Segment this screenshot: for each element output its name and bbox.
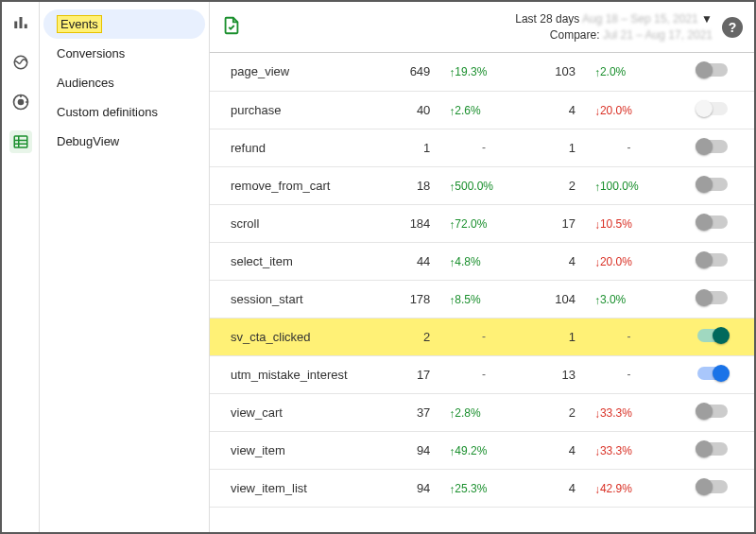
delta-up: ↑49.2% [449,444,487,457]
mark-as-conversion-toggle[interactable] [697,442,728,456]
secnav-item-label: Events [57,15,102,33]
compare-value: Jul 21 – Aug 17, 2021 [603,28,713,42]
chevron-down-icon: ▼ [701,12,713,26]
secnav-item-custom-definitions[interactable]: Custom definitions [43,97,205,127]
date-range-value: Aug 18 – Sep 15, 2021 [582,12,698,26]
arrow-up-icon: ↑ [449,181,455,194]
arrow-up-icon: ↑ [594,181,600,194]
event-name: session_start [210,280,381,318]
event-row[interactable]: sv_cta_clicked2-1- [210,318,754,355]
delta-down: ↓33.3% [594,444,632,457]
secnav-item-conversions[interactable]: Conversions [43,39,205,68]
secnav-item-debugview[interactable]: DebugView [43,127,205,156]
delta-up: ↑19.3% [449,65,487,78]
event-row[interactable]: page_view649↑19.3%103↑2.0% [210,53,754,91]
event-count: 17 [381,355,438,393]
mark-as-conversion-toggle[interactable] [697,140,728,153]
delta-none: - [449,368,518,381]
delta-up: ↑72.0% [449,217,487,231]
event-row[interactable]: session_start178↑8.5%104↑3.0% [210,280,754,318]
event-row[interactable]: remove_from_cart18↑500.0%2↑100.0% [210,166,754,204]
secnav-item-audiences[interactable]: Audiences [43,68,205,97]
event-row[interactable]: scroll184↑72.0%17↓10.5% [210,204,754,242]
delta-up: ↑500.0% [449,180,493,193]
delta-none: - [449,330,518,343]
event-users: 17 [526,204,583,242]
arrow-up-icon: ↑ [449,407,455,421]
mark-as-conversion-toggle[interactable] [697,63,728,77]
svg-rect-0 [14,22,17,29]
toggle-knob [696,251,713,268]
arrow-up-icon: ↑ [449,483,455,496]
event-row[interactable]: refund1-1- [210,129,754,166]
arrow-up-icon: ↑ [449,218,455,232]
secnav-item-label: Custom definitions [57,105,158,119]
date-range-label: Last 28 days [515,12,579,26]
event-users: 1 [526,129,583,166]
mark-as-conversion-toggle[interactable] [697,329,728,342]
event-row[interactable]: utm_mistake_interest17-13- [210,355,754,393]
arrow-down-icon: ↓ [594,218,600,232]
mark-as-conversion-toggle[interactable] [697,253,728,267]
event-row[interactable]: purchase40↑2.6%4↓20.0% [210,91,754,129]
reports-snapshot-icon[interactable] [9,11,32,34]
event-users: 2 [526,393,583,431]
date-range-picker[interactable]: Last 28 days Aug 18 – Sep 15, 2021 ▼ Com… [515,11,713,43]
arrow-up-icon: ↑ [594,294,600,307]
delta-none: - [594,368,663,381]
mark-as-conversion-toggle[interactable] [697,367,728,380]
event-users: 104 [526,280,583,318]
arrow-down-icon: ↓ [594,445,600,458]
arrow-down-icon: ↓ [594,105,600,118]
help-icon[interactable]: ? [722,17,743,38]
event-users: 4 [526,91,583,129]
mark-as-conversion-toggle[interactable] [697,215,728,229]
secnav-item-label: DebugView [57,134,119,148]
delta-none: - [449,141,518,154]
mark-as-conversion-toggle[interactable] [697,291,728,304]
delta-up: ↑2.0% [594,65,626,78]
event-count: 44 [381,242,438,280]
event-count: 40 [381,91,438,129]
delta-up: ↑3.0% [594,293,626,306]
event-name: scroll [210,204,381,242]
configure-icon[interactable] [9,130,32,153]
explore-icon[interactable] [9,91,32,113]
arrow-up-icon: ↑ [449,294,455,307]
mark-as-conversion-toggle[interactable] [697,178,728,191]
event-name: purchase [210,91,381,129]
svg-rect-6 [14,136,27,147]
event-name: view_cart [210,393,381,431]
arrow-up-icon: ↑ [449,66,455,79]
arrow-down-icon: ↓ [594,407,600,421]
event-name: page_view [210,53,381,91]
event-count: 94 [381,431,438,469]
delta-up: ↑2.6% [449,104,480,117]
toggle-knob [696,440,713,457]
arrow-up-icon: ↑ [449,445,455,458]
compare-label: Compare: [550,28,600,42]
event-row[interactable]: view_item_list94↑25.3%4↓42.9% [210,469,754,507]
event-row[interactable]: view_item94↑49.2%4↓33.3% [210,431,754,469]
secnav-item-events[interactable]: Events [43,9,205,39]
event-row[interactable]: view_cart37↑2.8%2↓33.3% [210,393,754,431]
event-row[interactable]: select_item44↑4.8%4↓20.0% [210,242,754,280]
event-count: 649 [381,53,438,91]
secnav-item-label: Conversions [57,46,125,60]
toggle-knob [713,365,730,382]
data-quality-icon[interactable] [221,15,242,39]
event-users: 1 [526,318,583,355]
arrow-up-icon: ↑ [449,105,455,118]
realtime-icon[interactable] [9,51,32,74]
toggle-knob [696,478,713,495]
mark-as-conversion-toggle[interactable] [697,480,728,493]
event-users: 13 [526,355,583,393]
iconrail [2,2,40,532]
secondary-nav: EventsConversionsAudiencesCustom definit… [40,2,210,532]
delta-up: ↑100.0% [594,180,639,193]
event-users: 4 [526,469,583,507]
svg-rect-1 [19,17,22,28]
topbar: Last 28 days Aug 18 – Sep 15, 2021 ▼ Com… [210,2,754,53]
mark-as-conversion-toggle[interactable] [697,405,728,418]
event-name: sv_cta_clicked [210,318,381,355]
